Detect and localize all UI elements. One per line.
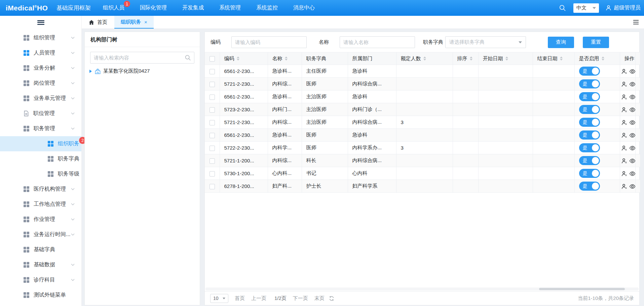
view-icon[interactable]: [629, 184, 636, 189]
sidebar-item-7[interactable]: 组织职务2: [0, 136, 81, 151]
tree-search-input[interactable]: [90, 52, 194, 64]
sidebar-item-14[interactable]: 基础字典: [0, 242, 81, 257]
reset-button[interactable]: 重置: [583, 37, 609, 48]
user-detail-icon[interactable]: [621, 132, 627, 138]
user-detail-icon[interactable]: [621, 107, 627, 113]
sidebar-item-11[interactable]: 工作地点管理: [0, 197, 81, 212]
refresh-icon[interactable]: [329, 296, 334, 301]
view-icon[interactable]: [629, 146, 636, 151]
sidebar-item-16[interactable]: 诊疗科目: [0, 272, 81, 288]
enabled-toggle[interactable]: 是: [579, 169, 600, 178]
view-icon[interactable]: [629, 171, 636, 176]
close-icon[interactable]: ×: [144, 19, 147, 25]
user-menu[interactable]: 超级管理员: [606, 4, 641, 11]
sidebar-item-15[interactable]: 基础数据: [0, 257, 81, 272]
last-page-button[interactable]: 末页: [314, 295, 325, 302]
column-header[interactable]: 是否启用: [574, 52, 620, 65]
scrollbar-thumb[interactable]: [539, 288, 625, 290]
view-icon[interactable]: [629, 69, 636, 74]
row-checkbox[interactable]: [210, 133, 215, 138]
view-icon[interactable]: [629, 82, 636, 87]
column-header[interactable]: 结束日期: [533, 52, 574, 65]
column-header[interactable]: 名称: [268, 52, 302, 65]
enabled-toggle[interactable]: 是: [579, 105, 600, 114]
sort-icon[interactable]: [470, 56, 472, 61]
column-header[interactable]: 开始日期: [478, 52, 533, 65]
enabled-toggle[interactable]: 是: [579, 143, 600, 152]
sidebar-item-5[interactable]: 职位管理: [0, 106, 81, 121]
sidebar-item-13[interactable]: 业务运行时间...: [0, 227, 81, 242]
sort-icon[interactable]: [423, 56, 426, 61]
enabled-toggle[interactable]: 是: [579, 67, 600, 76]
prev-page-button[interactable]: 上一页: [251, 295, 266, 302]
sidebar-item-1[interactable]: 人员管理: [0, 45, 81, 61]
sort-icon[interactable]: [560, 56, 563, 61]
user-detail-icon[interactable]: [621, 120, 627, 125]
sidebar-item-2[interactable]: 业务分解: [0, 61, 81, 76]
enabled-toggle[interactable]: 是: [579, 92, 600, 101]
row-checkbox[interactable]: [210, 69, 215, 74]
sidebar-item-0[interactable]: 组织管理: [0, 30, 81, 45]
sort-icon[interactable]: [285, 56, 288, 61]
first-page-button[interactable]: 首页: [235, 295, 245, 302]
tree-node-hospital[interactable]: 某某数字化医院0427: [85, 68, 200, 74]
expand-caret-icon[interactable]: [89, 70, 92, 73]
sort-icon[interactable]: [602, 56, 604, 61]
user-detail-icon[interactable]: [621, 69, 627, 74]
user-detail-icon[interactable]: [621, 81, 627, 87]
page-size-select[interactable]: 10: [210, 294, 228, 303]
sidebar-item-3[interactable]: 岗位管理: [0, 76, 81, 91]
nav-menu-dev-integration[interactable]: 开发集成: [182, 4, 204, 11]
enabled-toggle[interactable]: 是: [579, 79, 600, 88]
nav-menu-message-center[interactable]: 消息中心: [293, 4, 315, 11]
column-header[interactable]: 编码: [220, 52, 268, 65]
column-header[interactable]: 排序: [453, 52, 478, 65]
column-header[interactable]: 额定人数: [396, 52, 453, 65]
user-detail-icon[interactable]: [621, 171, 627, 177]
view-icon[interactable]: [629, 107, 636, 112]
search-icon[interactable]: [185, 54, 191, 61]
user-detail-icon[interactable]: [621, 94, 627, 100]
nav-menu-system-admin[interactable]: 系统管理: [219, 4, 241, 11]
sidebar-item-10[interactable]: 医疗机构管理: [0, 182, 81, 197]
name-filter-input[interactable]: [340, 36, 415, 48]
sort-icon[interactable]: [505, 56, 508, 61]
query-button[interactable]: 查询: [548, 37, 574, 48]
view-icon[interactable]: [629, 94, 636, 100]
enabled-toggle[interactable]: 是: [579, 118, 600, 127]
search-icon[interactable]: [559, 4, 566, 11]
sidebar-collapse-button[interactable]: [0, 16, 81, 29]
nav-menu-org-personnel[interactable]: 组织人员 1: [103, 4, 124, 11]
sidebar-item-8[interactable]: 职务字典: [0, 151, 81, 166]
nav-menu-i18n[interactable]: 国际化管理: [140, 4, 167, 11]
next-page-button[interactable]: 下一页: [293, 295, 308, 302]
row-checkbox[interactable]: [210, 171, 215, 177]
sidebar-item-12[interactable]: 作业管理: [0, 212, 81, 227]
enabled-toggle[interactable]: 是: [579, 182, 600, 191]
enabled-toggle[interactable]: 是: [579, 130, 600, 140]
sort-icon[interactable]: [237, 56, 239, 61]
sidebar-item-4[interactable]: 业务单元管理: [0, 91, 81, 106]
row-checkbox[interactable]: [210, 120, 215, 125]
row-checkbox[interactable]: [210, 146, 215, 151]
tab-home[interactable]: 首页: [82, 16, 114, 29]
row-checkbox[interactable]: [210, 107, 215, 113]
sidebar-item-17[interactable]: 测试外链菜单: [0, 288, 81, 303]
view-icon[interactable]: [629, 133, 636, 138]
code-filter-input[interactable]: [231, 36, 307, 48]
view-icon[interactable]: [629, 120, 636, 125]
user-detail-icon[interactable]: [621, 158, 627, 164]
row-checkbox[interactable]: [210, 94, 215, 100]
dict-filter-select[interactable]: 请选择职务字典: [445, 36, 526, 48]
row-checkbox[interactable]: [210, 158, 215, 164]
view-icon[interactable]: [629, 158, 636, 163]
select-all-checkbox[interactable]: [210, 56, 215, 62]
tab-org-position[interactable]: 组织职务 ×: [114, 16, 154, 29]
sidebar-item-6[interactable]: 职务管理: [0, 121, 81, 136]
tab-list-menu-button[interactable]: [633, 16, 644, 29]
row-checkbox[interactable]: [210, 184, 215, 189]
language-select[interactable]: 中文: [573, 3, 599, 13]
user-detail-icon[interactable]: [621, 145, 627, 151]
user-detail-icon[interactable]: [621, 184, 627, 189]
enabled-toggle[interactable]: 是: [579, 156, 600, 165]
